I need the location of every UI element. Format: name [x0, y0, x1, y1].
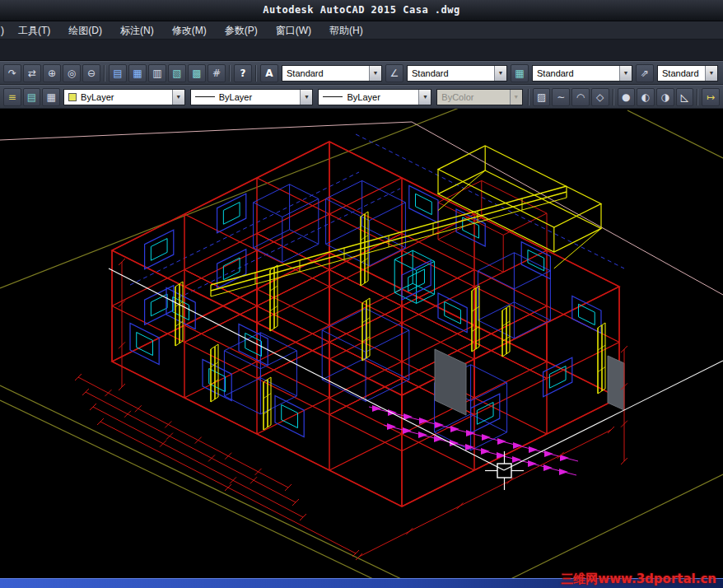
render-light-icon[interactable]: ◑ [656, 88, 674, 106]
face-tool-icon[interactable]: ◺ [676, 88, 694, 106]
menu-item-help[interactable]: 帮助(H) [320, 21, 372, 40]
menu-item-modify[interactable]: 修改(M) [163, 21, 216, 40]
table-icon[interactable]: ▩ [188, 64, 206, 82]
multileader-style-value: Standard [658, 68, 705, 78]
linetype-control-value: ByLayer [215, 92, 301, 102]
menu-item-partial[interactable]: ) [0, 21, 9, 40]
publish-icon[interactable]: ▧ [168, 64, 186, 82]
color-swatch [68, 93, 77, 101]
text-style-value: Standard [282, 68, 369, 78]
quickcalc-icon[interactable]: # [208, 64, 226, 82]
dropdown-arrow-icon: ▼ [510, 90, 522, 105]
menubar: ) 工具(T) 绘图(D) 标注(N) 修改(M) 参数(P) 窗口(W) 帮助… [0, 21, 723, 40]
menu-item-dimension[interactable]: 标注(N) [111, 21, 163, 40]
menu-item-draw[interactable]: 绘图(D) [59, 21, 111, 40]
dropdown-arrow-icon[interactable]: ▼ [172, 90, 184, 105]
dropdown-arrow-icon[interactable]: ▼ [619, 66, 632, 81]
multileader-style-icon[interactable]: ⇗ [636, 64, 654, 82]
text-style-combo[interactable]: Standard ▼ [282, 65, 382, 82]
dropdown-arrow-icon[interactable]: ▼ [705, 66, 717, 81]
titlebar[interactable]: Autodesk AutoCAD 2015 Casa .dwg [0, 0, 723, 21]
dim-style-combo[interactable]: Standard ▼ [407, 65, 507, 82]
match-properties-icon[interactable]: ▨ [533, 88, 551, 106]
dim-style-icon[interactable]: ∠ [385, 64, 403, 82]
multileader-style-combo[interactable]: Standard ▼ [657, 65, 718, 82]
toolbar-separator [104, 65, 105, 82]
lineweight-sample [323, 96, 343, 97]
lineweight-control-value: ByLayer [343, 92, 418, 102]
layer-properties-icon[interactable]: ≡ [3, 88, 21, 106]
color-control-value: ByLayer [77, 92, 172, 102]
dropdown-arrow-icon[interactable]: ▼ [494, 66, 506, 81]
layer-states-icon[interactable]: ▤ [23, 88, 41, 106]
dropdown-arrow-icon[interactable]: ▼ [418, 90, 431, 105]
plot-preview-icon[interactable]: ▥ [148, 64, 166, 82]
toolbar-separator [229, 65, 231, 82]
zoom-realtime-icon[interactable]: ◎ [63, 64, 81, 82]
toolbar-row-standard: ↷ ⇄ ⊕ ◎ ⊖ ▤ ▦ ▥ ▧ ▩ # ? A Standard ▼ ∠ S… [0, 61, 723, 85]
polyline-icon[interactable]: ∼ [552, 88, 570, 106]
layer-make-current-icon[interactable]: ▦ [42, 88, 60, 106]
drawing-canvas[interactable] [0, 109, 723, 578]
menu-item-parametric[interactable]: 参数(P) [216, 21, 267, 40]
help-icon[interactable]: ? [234, 64, 252, 82]
wireframe-drawing [0, 109, 723, 578]
plot-style-control-value: ByColor [437, 92, 509, 102]
watermark: 三维网www.3dportal.cn [561, 572, 716, 587]
table-style-combo[interactable]: Standard ▼ [532, 65, 632, 82]
menu-item-tools[interactable]: 工具(T) [9, 21, 59, 40]
zoom-in-icon[interactable]: ⊕ [43, 64, 61, 82]
toolbar-separator [697, 89, 698, 105]
toolbar-row-properties: ≡ ▤ ▦ ByLayer ▼ ByLayer ▼ ByLayer ▼ ByCo… [0, 85, 723, 109]
measure-icon[interactable]: ↦ [702, 88, 720, 106]
menu-item-window[interactable]: 窗口(W) [267, 21, 320, 40]
redo-icon[interactable]: ↷ [3, 64, 21, 82]
window-title: Autodesk AutoCAD 2015 Casa .dwg [0, 4, 723, 16]
save-icon[interactable]: ▤ [109, 64, 127, 82]
table-style-icon[interactable]: ▦ [511, 64, 529, 82]
render-sphere-icon[interactable]: ● [618, 88, 636, 106]
region-icon[interactable]: ◇ [591, 88, 609, 106]
linetype-control-combo[interactable]: ByLayer ▼ [190, 89, 314, 105]
zoom-previous-icon[interactable]: ⊖ [82, 64, 100, 82]
text-style-icon[interactable]: A [260, 64, 278, 82]
render-material-icon[interactable]: ◐ [637, 88, 655, 106]
lineweight-control-combo[interactable]: ByLayer ▼ [318, 89, 431, 105]
toolbar-separator [528, 89, 529, 105]
autocad-window: Autodesk AutoCAD 2015 Casa .dwg ) 工具(T) … [0, 0, 723, 588]
dropdown-arrow-icon[interactable]: ▼ [300, 90, 312, 105]
plot-style-control-combo: ByColor ▼ [436, 89, 522, 105]
toolbar-separator [255, 65, 257, 82]
arc-icon[interactable]: ◠ [571, 88, 590, 106]
linetype-sample [195, 96, 215, 97]
table-style-value: Standard [533, 68, 619, 78]
color-control-combo[interactable]: ByLayer ▼ [63, 89, 185, 105]
toolbar-separator [613, 89, 614, 105]
plot-icon[interactable]: ▦ [128, 64, 147, 82]
toolbar-dock-area [0, 40, 723, 61]
dropdown-arrow-icon[interactable]: ▼ [369, 66, 381, 81]
dim-style-value: Standard [408, 68, 494, 78]
pan-icon[interactable]: ⇄ [23, 64, 41, 82]
